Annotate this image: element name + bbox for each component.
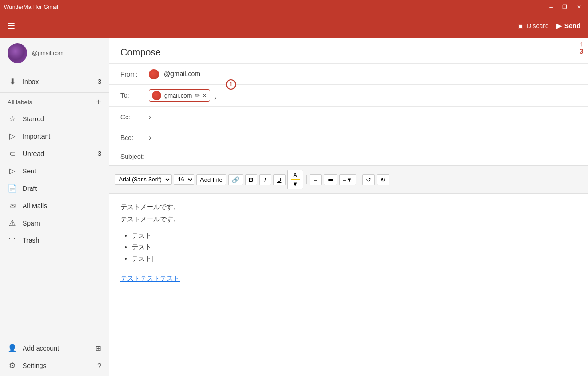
ordered-list-button[interactable]: ≡	[310, 174, 322, 185]
bullet-list: テスト テスト テスト|	[132, 230, 577, 264]
redo-button[interactable]: ↻	[377, 174, 389, 185]
help-icon: ?	[97, 362, 101, 369]
discard-button[interactable]: ▣ Discard	[517, 22, 548, 30]
sidebar-item-spam[interactable]: ⚠ Spam	[0, 214, 109, 232]
compose-area: Compose From: @gmail.com To: gmail.com	[109, 38, 588, 376]
send-button[interactable]: ▶ Send	[556, 22, 580, 30]
from-avatar	[149, 69, 159, 79]
settings-item[interactable]: ⚙ Settings ?	[0, 357, 109, 374]
top-toolbar: ☰ ▣ Discard ▶ Send	[0, 14, 588, 38]
sidebar: @gmail.com ⬇ Inbox 3 All labels +	[0, 38, 109, 376]
bullet-item-2: テスト	[132, 242, 577, 252]
account-email: @gmail.com	[32, 50, 64, 56]
add-label-button[interactable]: +	[96, 97, 101, 107]
sidebar-item-starred[interactable]: ☆ Starred	[0, 110, 109, 127]
divider	[0, 92, 109, 93]
up-arrow-icon: ↑	[580, 40, 583, 47]
allmail-icon: ✉	[8, 201, 17, 210]
add-account-item[interactable]: 👤 Add account ⊞	[0, 339, 109, 357]
minimize-button[interactable]: –	[547, 3, 556, 11]
close-button[interactable]: ✕	[574, 3, 584, 11]
restore-button[interactable]: ❐	[559, 3, 570, 11]
text-color-button[interactable]: A ▼	[287, 170, 303, 189]
unordered-list-button[interactable]: ≔	[324, 174, 337, 185]
expand-to-button[interactable]: ›	[214, 94, 216, 102]
cc-field[interactable]: Cc: ›	[109, 107, 588, 127]
color-dropdown-icon: ▼	[292, 180, 298, 188]
underline-button[interactable]: U	[273, 174, 286, 185]
sidebar-item-sent[interactable]: ▷ Sent	[0, 162, 109, 180]
align-button[interactable]: ≡▼	[339, 174, 356, 185]
sidebar-item-important[interactable]: ▷ Important	[0, 127, 109, 145]
subject-input[interactable]	[149, 153, 577, 160]
toolbar-actions: ▣ Discard ▶ Send	[517, 22, 580, 30]
nav-section: ⬇ Inbox 3 All labels + ☆ Starred	[0, 69, 109, 333]
to-chip-avatar	[152, 91, 161, 100]
toolbar-separator-1	[306, 175, 307, 184]
font-size-select[interactable]: 16	[174, 174, 194, 185]
body-line-2: テストメールです。	[120, 214, 577, 224]
remove-recipient-button[interactable]: ✕	[202, 92, 207, 99]
font-select[interactable]: Arial (Sans Serif)	[115, 174, 172, 185]
sidebar-item-draft[interactable]: 📄 Draft	[0, 180, 109, 197]
account-section: @gmail.com	[0, 38, 109, 69]
from-field: From: @gmail.com	[109, 64, 588, 85]
all-labels-header: All labels +	[0, 94, 109, 110]
bottom-divider	[0, 337, 109, 337]
body-link: テストテストテスト	[120, 273, 577, 283]
compose-body[interactable]: テストメールです。 テストメールです。 テスト テスト テスト| テストテストテ…	[109, 194, 588, 376]
add-file-button[interactable]: Add File	[196, 174, 226, 185]
important-icon: ▷	[8, 132, 17, 141]
body-line-1: テストメールです。	[120, 202, 577, 212]
edit-recipient-button[interactable]: ✏	[195, 92, 200, 99]
title-bar: WunderMail for Gmail – ❐ ✕	[0, 0, 588, 14]
italic-button[interactable]: I	[259, 174, 271, 185]
send-count-annotation: ↑ 3	[580, 40, 583, 55]
bcc-field[interactable]: Bcc: ›	[109, 127, 588, 148]
toolbar-separator-2	[359, 175, 359, 184]
format-toolbar: Arial (Sans Serif) 16 Add File 🔗 B I U A…	[109, 165, 588, 194]
spam-icon: ⚠	[8, 219, 17, 227]
expand-cc-button[interactable]: ›	[149, 113, 151, 121]
sidebar-bottom: 👤 Add account ⊞ ⚙ Settings ?	[0, 333, 109, 376]
discard-icon: ▣	[517, 22, 524, 30]
annotation-1: 1	[226, 79, 236, 90]
sidebar-item-all-mails[interactable]: ✉ All Mails	[0, 197, 109, 214]
subject-field[interactable]: Subject:	[109, 148, 588, 165]
settings-icon: ⚙	[8, 361, 17, 370]
hamburger-menu[interactable]: ☰	[8, 21, 15, 31]
undo-button[interactable]: ↺	[362, 174, 375, 185]
send-icon: ▶	[556, 22, 562, 30]
compose-title: Compose	[109, 38, 588, 64]
bold-button[interactable]: B	[245, 174, 257, 185]
star-icon: ☆	[8, 114, 17, 123]
sent-icon: ▷	[8, 166, 17, 175]
trash-icon: 🗑	[8, 236, 17, 244]
bullet-item-3: テスト|	[132, 253, 577, 264]
bullet-item-1: テスト	[132, 230, 577, 241]
app-title: WunderMail for Gmail	[4, 4, 58, 10]
insert-link-button[interactable]: 🔗	[228, 174, 243, 185]
sidebar-item-inbox[interactable]: ⬇ Inbox 3	[0, 73, 109, 90]
avatar	[8, 43, 27, 63]
draft-icon: 📄	[8, 184, 17, 193]
account-settings-icon: ⊞	[95, 345, 101, 352]
to-field[interactable]: To: gmail.com ✏ ✕ › 1	[109, 85, 588, 107]
to-chip: gmail.com ✏ ✕	[149, 89, 210, 102]
inbox-icon: ⬇	[8, 77, 17, 86]
sidebar-item-unread[interactable]: ⊂ Unread 3	[0, 145, 109, 162]
unread-icon: ⊂	[8, 149, 17, 158]
add-account-icon: 👤	[8, 344, 17, 352]
window-controls: – ❐ ✕	[547, 3, 584, 11]
sidebar-item-trash[interactable]: 🗑 Trash	[0, 232, 109, 249]
expand-bcc-button[interactable]: ›	[149, 133, 151, 142]
